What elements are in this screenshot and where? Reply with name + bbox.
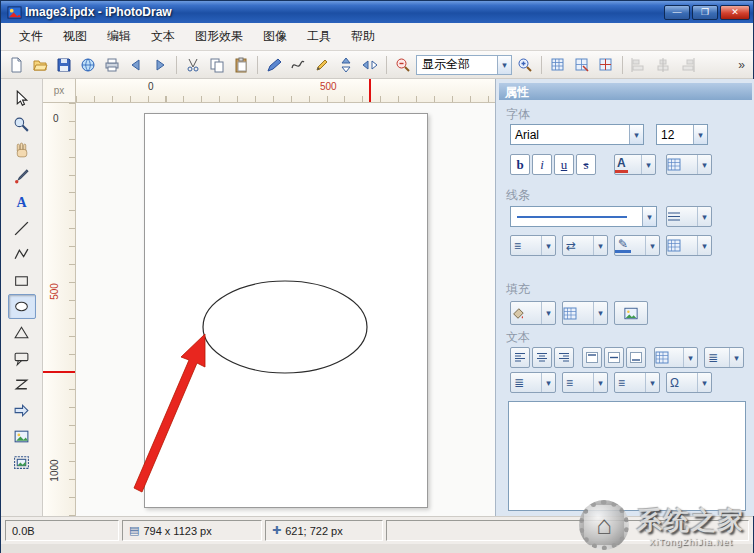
ellipse-shape[interactable]	[203, 281, 367, 373]
menu-help[interactable]: 帮助	[341, 24, 385, 49]
chevron-down-icon[interactable]: ▾	[541, 302, 555, 324]
redo-button[interactable]	[149, 54, 171, 76]
menu-text[interactable]: 文本	[141, 24, 185, 49]
strikethrough-button[interactable]: s	[576, 154, 596, 175]
chevron-down-icon[interactable]: ▾	[697, 155, 711, 174]
image-tool[interactable]	[8, 424, 36, 449]
canvas-viewport[interactable]	[76, 103, 495, 516]
text-table-button[interactable]: ▾	[654, 347, 698, 368]
chevron-down-icon[interactable]: ▾	[693, 125, 707, 144]
chevron-down-icon[interactable]: ▾	[645, 373, 659, 392]
chevron-down-icon[interactable]: ▾	[593, 373, 607, 392]
triangle-tool[interactable]	[8, 320, 36, 345]
fill-pattern-button[interactable]: ▾	[562, 301, 608, 325]
bullet-list-button[interactable]: ≣ ▾	[510, 372, 556, 393]
ellipse-tool[interactable]	[8, 294, 36, 319]
flip-vertical-button[interactable]	[335, 54, 357, 76]
align-right-button[interactable]	[676, 54, 698, 76]
chevron-down-icon[interactable]: ▾	[697, 236, 711, 255]
color-picker-tool[interactable]	[8, 164, 36, 189]
text-valign-middle-button[interactable]	[604, 347, 624, 368]
callout-tool[interactable]	[8, 346, 36, 371]
grid-button[interactable]	[547, 54, 569, 76]
line-table-button[interactable]: ▾	[666, 235, 712, 256]
web-button[interactable]	[77, 54, 99, 76]
menu-tools[interactable]: 工具	[297, 24, 341, 49]
rectangle-tool[interactable]	[8, 268, 36, 293]
guides-button[interactable]	[595, 54, 617, 76]
maximize-button[interactable]: ❐	[692, 5, 718, 20]
freehand-button[interactable]	[287, 54, 309, 76]
menu-edit[interactable]: 编辑	[97, 24, 141, 49]
menu-view[interactable]: 视图	[53, 24, 97, 49]
zoom-out-button[interactable]	[392, 54, 414, 76]
font-color-button[interactable]: A ▾	[614, 154, 656, 175]
cut-button[interactable]	[182, 54, 204, 76]
chevron-down-icon[interactable]: ▾	[642, 207, 656, 226]
chevron-down-icon[interactable]: ▾	[497, 56, 511, 74]
print-button[interactable]	[101, 54, 123, 76]
minimize-button[interactable]: —	[664, 5, 690, 20]
line-width-button[interactable]: ≡ ▾	[510, 235, 556, 256]
save-button[interactable]	[53, 54, 75, 76]
underline-button[interactable]: u	[554, 154, 574, 175]
chevron-down-icon[interactable]: ▾	[541, 373, 555, 392]
freeform-tool[interactable]	[8, 372, 36, 397]
italic-button[interactable]: i	[532, 154, 552, 175]
pan-tool[interactable]	[8, 138, 36, 163]
paste-button[interactable]	[230, 54, 252, 76]
new-document-button[interactable]	[5, 54, 27, 76]
line-options-button[interactable]: ▾	[666, 206, 712, 227]
zoom-level-select[interactable]: 显示全部 ▾	[416, 55, 512, 75]
chevron-down-icon[interactable]: ▾	[729, 348, 743, 367]
copy-button[interactable]	[206, 54, 228, 76]
snap-button[interactable]	[571, 54, 593, 76]
numbered-list-button[interactable]: ≡ ▾	[562, 372, 608, 393]
open-button[interactable]	[29, 54, 51, 76]
arrow-style-button[interactable]: ⇄ ▾	[562, 235, 608, 256]
select-tool[interactable]	[8, 86, 36, 111]
align-center-button[interactable]	[652, 54, 674, 76]
text-content-area[interactable]	[508, 401, 746, 511]
menu-graphic-effects[interactable]: 图形效果	[185, 24, 253, 49]
fill-color-button[interactable]: ▾	[510, 301, 556, 325]
text-direction-button[interactable]: ≣ ▾	[704, 347, 744, 368]
zoom-in-button[interactable]	[514, 54, 536, 76]
text-tool[interactable]: A	[8, 190, 36, 215]
fill-picture-button[interactable]	[614, 301, 648, 325]
toolbar-overflow-button[interactable]: »	[734, 58, 749, 72]
block-arrow-tool[interactable]	[8, 398, 36, 423]
chevron-down-icon[interactable]: ▾	[593, 302, 607, 324]
menu-image[interactable]: 图像	[253, 24, 297, 49]
chevron-down-icon[interactable]: ▾	[697, 373, 711, 392]
text-align-center-button[interactable]	[532, 347, 552, 368]
font-family-select[interactable]: Arial ▾	[510, 124, 644, 145]
flip-horizontal-button[interactable]	[359, 54, 381, 76]
polyline-tool[interactable]	[8, 242, 36, 267]
text-valign-top-button[interactable]	[582, 347, 602, 368]
chevron-down-icon[interactable]: ▾	[697, 207, 711, 226]
symbol-button[interactable]: Ω ▾	[666, 372, 712, 393]
align-left-button[interactable]	[628, 54, 650, 76]
chevron-down-icon[interactable]: ▾	[629, 125, 643, 144]
chevron-down-icon[interactable]: ▾	[641, 155, 655, 174]
line-tool[interactable]	[8, 216, 36, 241]
font-table-button[interactable]: ▾	[666, 154, 712, 175]
zoom-tool[interactable]	[8, 112, 36, 137]
undo-button[interactable]	[125, 54, 147, 76]
font-size-select[interactable]: 12 ▾	[656, 124, 708, 145]
chevron-down-icon[interactable]: ▾	[645, 236, 659, 255]
menu-file[interactable]: 文件	[9, 24, 53, 49]
bold-button[interactable]: b	[510, 154, 530, 175]
chevron-down-icon[interactable]: ▾	[683, 348, 697, 367]
edit-points-button[interactable]	[311, 54, 333, 76]
text-valign-bottom-button[interactable]	[626, 347, 646, 368]
close-button[interactable]: ✕	[720, 5, 750, 20]
draw-pen-button[interactable]	[263, 54, 285, 76]
line-style-select[interactable]: ▾	[510, 206, 657, 227]
chevron-down-icon[interactable]: ▾	[541, 236, 555, 255]
text-align-right-button[interactable]	[554, 347, 574, 368]
indent-button[interactable]: ≡ ▾	[614, 372, 660, 393]
image-frame-tool[interactable]	[8, 450, 36, 475]
text-align-left-button[interactable]	[510, 347, 530, 368]
